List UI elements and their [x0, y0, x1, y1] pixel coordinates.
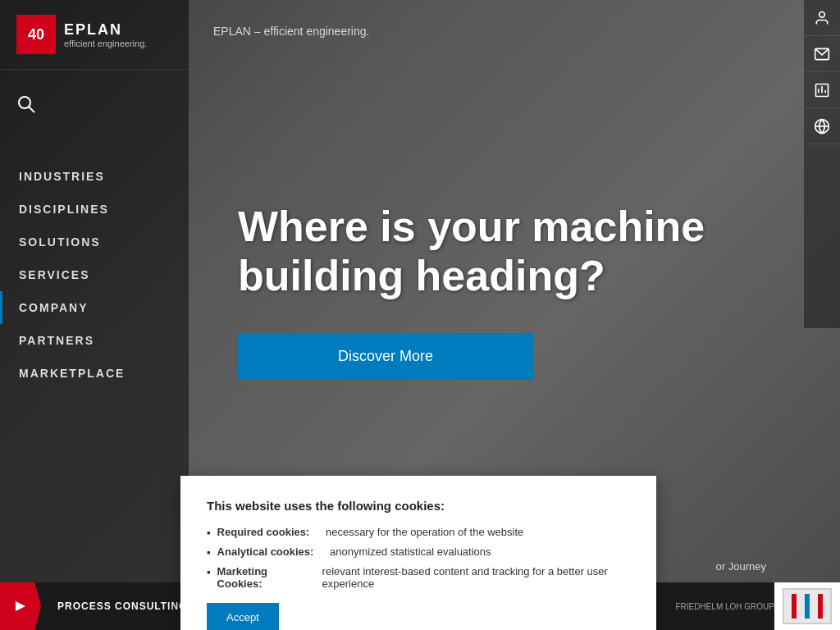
stripe-4: [811, 594, 816, 619]
nav-item-industries[interactable]: INDUSTRIES: [0, 160, 189, 193]
cookie-marketing: Marketing Cookies: relevant interest-bas…: [207, 565, 630, 590]
logo-subtitle: efficient engineering.: [64, 39, 147, 48]
friedhelm-text: FRIEDHELM LOH GROUP: [659, 602, 774, 611]
logo-badge: 40: [16, 15, 56, 54]
right-sidebar: [804, 0, 840, 328]
search-area[interactable]: [0, 70, 189, 135]
cookie-btn-row: Accept: [207, 603, 630, 630]
eplan-stripes: [792, 594, 823, 619]
nav-item-company[interactable]: COMPANY: [0, 291, 189, 324]
nav-item-disciplines[interactable]: DISCIPLINES: [0, 193, 189, 226]
svg-point-0: [19, 97, 30, 108]
sidebar: 40 EPLAN efficient engineering. INDUSTRI…: [0, 0, 189, 630]
logo-area[interactable]: 40 EPLAN efficient engineering.: [0, 0, 189, 70]
logo-title: EPLAN: [64, 21, 147, 39]
svg-point-2: [819, 11, 825, 17]
journey-text: or Journey: [716, 560, 766, 573]
cookie-title: This website uses the following cookies:: [207, 499, 630, 513]
hero-heading: Where is your machine building heading?: [238, 203, 763, 301]
nav-item-partners[interactable]: PARTNERS: [0, 324, 189, 357]
cookie-analytical-label: Analytical cookies:: [217, 546, 314, 558]
bottom-process-text: PROCESS CONSULTING: [41, 600, 203, 612]
globe-icon-btn[interactable]: [804, 108, 840, 144]
eplan-logo-inner: [783, 588, 832, 624]
cookie-list: Required cookies: necessary for the oper…: [207, 526, 630, 590]
email-icon-btn[interactable]: [804, 36, 840, 72]
stripe-2: [798, 594, 803, 619]
svg-line-1: [29, 107, 34, 112]
cookie-marketing-desc: relevant interest-based content and trac…: [322, 565, 630, 590]
logo-text: EPLAN efficient engineering.: [64, 21, 147, 48]
cookie-analytical-desc: anonymized statistical evaluations: [330, 546, 491, 558]
svg-marker-10: [16, 601, 25, 611]
nav-item-marketplace[interactable]: MARKETPLACE: [0, 357, 189, 390]
cookie-banner: This website uses the following cookies:…: [180, 476, 656, 630]
main-nav: INDUSTRIES DISCIPLINES SOLUTIONS SERVICE…: [0, 160, 189, 390]
stripe-5: [818, 594, 823, 619]
cookie-marketing-label: Marketing Cookies:: [217, 565, 306, 590]
bottom-arrow-left: [0, 582, 41, 630]
bottom-right: FRIEDHELM LOH GROUP: [659, 582, 840, 630]
chart-icon-btn[interactable]: [804, 72, 840, 108]
user-icon-btn[interactable]: [804, 0, 840, 36]
discover-more-button[interactable]: Discover More: [238, 333, 533, 380]
stripe-1: [792, 594, 797, 619]
eplan-logo-small: [774, 582, 840, 630]
cookie-accept-button[interactable]: Accept: [207, 603, 279, 630]
cookie-required-desc: necessary for the operation of the websi…: [326, 526, 523, 538]
top-slogan: EPLAN – efficient engineering.: [213, 25, 369, 38]
cookie-analytical: Analytical cookies: anonymized statistic…: [207, 546, 630, 559]
nav-item-solutions[interactable]: SOLUTIONS: [0, 226, 189, 258]
cookie-required-label: Required cookies:: [217, 526, 310, 538]
stripe-3: [805, 594, 810, 619]
nav-item-services[interactable]: SERVICES: [0, 258, 189, 291]
search-icon[interactable]: [16, 94, 172, 119]
cookie-required: Required cookies: necessary for the oper…: [207, 526, 630, 539]
